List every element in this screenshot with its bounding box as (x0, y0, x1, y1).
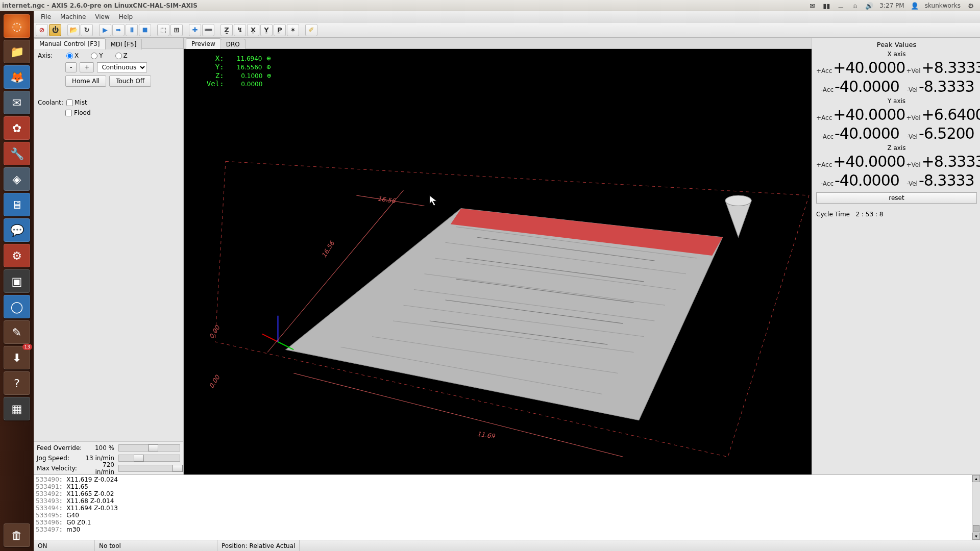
wifi-icon[interactable]: ⩍ (851, 2, 859, 9)
launcher-workspace-icon[interactable]: ▦ (4, 397, 30, 420)
launcher-terminal-icon[interactable]: ▣ (4, 269, 30, 293)
svg-text:16.56: 16.56 (320, 239, 336, 259)
os-menubar: internet.ngc - AXIS 2.6.0-pre on LinuxCN… (0, 0, 980, 11)
launcher-thunderbird-icon[interactable]: ✉ (4, 91, 30, 114)
status-on: ON (34, 540, 95, 551)
jog-plus-button[interactable]: + (80, 62, 94, 72)
menu-help[interactable]: Help (115, 12, 137, 21)
axis-y-radio[interactable]: Y (91, 52, 103, 59)
launcher-firefox-icon[interactable]: 🦊 (4, 65, 30, 89)
launcher-gear-icon[interactable]: ⚙ (4, 244, 30, 267)
launcher-dash-icon[interactable]: ◌ (4, 14, 30, 38)
battery-icon[interactable]: ▮▮ (822, 2, 830, 9)
launcher-remote-icon[interactable]: 🖥 (4, 193, 30, 216)
user-icon: 👤 (911, 2, 919, 9)
svg-text:0.00: 0.00 (208, 373, 222, 390)
gcode-scrollbar[interactable]: ▴▾ (972, 475, 980, 540)
preview-panel: Preview DRO X: 11.6940 ⊕ Y: 16.5560 ⊕ Z:… (184, 38, 812, 474)
cursor-icon (430, 195, 437, 206)
tab-preview[interactable]: Preview (186, 38, 221, 49)
pause-button[interactable]: ⏸ (126, 24, 138, 36)
clear-p-button[interactable]: P̱ (274, 24, 286, 36)
bluetooth-icon[interactable]: ⚊ (837, 2, 845, 9)
zoom-in-button[interactable]: ✚ (189, 24, 201, 36)
max-velocity-slider[interactable] (118, 465, 180, 472)
tool-button[interactable]: ✶ (287, 24, 299, 36)
open-button[interactable]: 📂 (67, 24, 80, 36)
clear-x-button[interactable]: X̱ (247, 24, 259, 36)
launcher-trash-icon[interactable]: 🗑 (4, 523, 30, 547)
volume-icon[interactable]: 🔊 (865, 2, 873, 9)
app-toolbar: ⊘ ⏻ 📂 ↻ ▶ ➠ ⏸ ⏹ ⬚ ⊞ ✚ ➖ Ẕ ↯ X̱ Y̱ P̱ ✶ ✐ (34, 22, 980, 38)
reset-button[interactable]: reset (816, 192, 977, 204)
status-bar: ON No tool Position: Relative Actual (34, 540, 980, 551)
power-button[interactable]: ⏻ (49, 24, 61, 36)
window-title: internet.ngc - AXIS 2.6.0-pre on LinuxCN… (2, 2, 198, 9)
clock[interactable]: 3:27 PM (879, 2, 904, 9)
menu-file[interactable]: File (37, 12, 55, 21)
3d-preview-viewport[interactable]: X: 11.6940 ⊕ Y: 16.5560 ⊕ Z: 0.1000 ⊕ Ve… (184, 49, 812, 474)
axis-x-radio[interactable]: X (66, 52, 79, 59)
gcode-listing[interactable]: 533490: X11.619 Z-0.024 533491: X11.65 5… (34, 474, 980, 540)
zoom-limits-button[interactable]: ⬚ (157, 24, 169, 36)
menu-machine[interactable]: Machine (56, 12, 90, 21)
svg-text:0.00: 0.00 (208, 324, 222, 340)
estop-button[interactable]: ⊘ (36, 24, 48, 36)
unity-launcher: ◌ 📁 🦊 ✉ ✿ 🔧 ◈ 🖥 💬 ⚙ ▣ ◯ ✎ ⬇13 ? ▦ 🗑 (0, 11, 34, 551)
tab-manual-control[interactable]: Manual Control [F3] (34, 38, 106, 49)
zoom-out-button[interactable]: ➖ (202, 24, 214, 36)
clear-g-button[interactable]: ↯ (234, 24, 246, 36)
jog-minus-button[interactable]: - (65, 62, 77, 72)
feed-override-slider[interactable] (118, 444, 180, 452)
tab-dro[interactable]: DRO (220, 39, 246, 49)
launcher-help-icon[interactable]: ? (4, 371, 30, 395)
launcher-chat-icon[interactable]: 💬 (4, 218, 30, 242)
axis-label: Axis: (38, 52, 63, 59)
axis-app: File Machine View Help ⊘ ⏻ 📂 ↻ ▶ ➠ ⏸ ⏹ ⬚… (34, 11, 980, 551)
mail-icon[interactable]: ✉ (808, 2, 816, 9)
launcher-virtualbox-icon[interactable]: ◈ (4, 167, 30, 191)
username[interactable]: skunkworks (925, 2, 961, 9)
axis-z-radio[interactable]: Z (115, 52, 128, 59)
launcher-settings-icon[interactable]: 🔧 (4, 142, 30, 165)
max-velocity-row: Max Velocity: 720 in/min (37, 463, 180, 473)
launcher-badge: 13 (22, 344, 32, 350)
gear-icon[interactable]: ⚙ (967, 2, 975, 9)
clear-z-button[interactable]: Ẕ (220, 24, 233, 36)
tab-mdi[interactable]: MDI [F5] (105, 39, 142, 49)
svg-marker-30 (430, 195, 437, 206)
clear-plot-button[interactable]: ✐ (305, 24, 317, 36)
launcher-chromium-icon[interactable]: ◯ (4, 295, 30, 318)
peak-values-panel: Peak Values X axis +Acc+40.0000+Vel+8.33… (812, 38, 980, 474)
system-tray: ✉ ▮▮ ⚊ ⩍ 🔊 3:27 PM 👤 skunkworks ⚙ (808, 2, 978, 9)
step-button[interactable]: ➠ (112, 24, 125, 36)
zoom-path-button[interactable]: ⊞ (170, 24, 183, 36)
flood-checkbox[interactable]: Flood (65, 109, 179, 116)
launcher-app-icon[interactable]: ✿ (4, 116, 30, 140)
clear-y-button[interactable]: Y̱ (260, 24, 273, 36)
menu-view[interactable]: View (91, 12, 113, 21)
stop-button[interactable]: ⏹ (139, 24, 151, 36)
svg-text:11.69: 11.69 (477, 431, 496, 440)
run-button[interactable]: ▶ (99, 24, 111, 36)
svg-point-18 (725, 195, 751, 206)
cycle-time: Cycle Time 2 : 53 : 8 (816, 208, 977, 218)
reload-button[interactable]: ↻ (81, 24, 93, 36)
launcher-files-icon[interactable]: 📁 (4, 40, 30, 63)
toolpath-svg: 11.69 16.56 16.56 0.00 0.00 (184, 49, 812, 467)
jog-mode-select[interactable]: Continuous (97, 62, 147, 72)
launcher-software-icon[interactable]: ⬇13 (4, 346, 30, 369)
jog-speed-slider[interactable] (118, 455, 180, 462)
tool-cone-icon (725, 195, 751, 237)
feed-override-row: Feed Override: 100 % (37, 443, 180, 453)
svg-line-20 (262, 334, 278, 342)
launcher-editor-icon[interactable]: ✎ (4, 320, 30, 344)
status-tool: No tool (95, 540, 217, 551)
manual-control-panel: Manual Control [F3] MDI [F5] Axis: X Y Z… (34, 38, 184, 474)
mist-checkbox[interactable]: Mist (66, 99, 87, 106)
coolant-label: Coolant: (38, 99, 63, 106)
override-sliders: Feed Override: 100 % Jog Speed: 13 in/mi… (34, 441, 183, 474)
home-all-button[interactable]: Home All (65, 76, 106, 87)
touch-off-button[interactable]: Touch Off (109, 76, 151, 87)
app-menubar: File Machine View Help (34, 11, 980, 22)
